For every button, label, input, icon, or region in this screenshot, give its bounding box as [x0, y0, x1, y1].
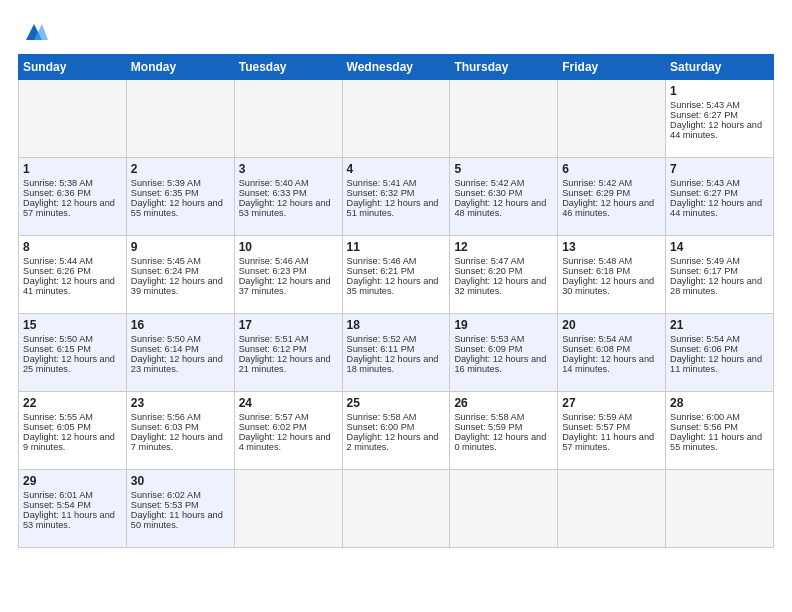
sunset: Sunset: 6:24 PM [131, 266, 230, 276]
calendar-cell: 25Sunrise: 5:58 AMSunset: 6:00 PMDayligh… [342, 392, 450, 470]
calendar-cell: 26Sunrise: 5:58 AMSunset: 5:59 PMDayligh… [450, 392, 558, 470]
daylight: Daylight: 12 hours and 14 minutes. [562, 354, 661, 374]
calendar-header-cell: Saturday [666, 55, 774, 80]
sunset: Sunset: 6:27 PM [670, 188, 769, 198]
sunrise: Sunrise: 5:41 AM [347, 178, 446, 188]
daylight: Daylight: 12 hours and 18 minutes. [347, 354, 446, 374]
calendar-cell [342, 470, 450, 548]
daylight: Daylight: 12 hours and 4 minutes. [239, 432, 338, 452]
calendar-cell: 16Sunrise: 5:50 AMSunset: 6:14 PMDayligh… [126, 314, 234, 392]
calendar-table: SundayMondayTuesdayWednesdayThursdayFrid… [18, 54, 774, 548]
day-number: 27 [562, 396, 661, 410]
sunrise: Sunrise: 5:52 AM [347, 334, 446, 344]
day-number: 19 [454, 318, 553, 332]
header [18, 18, 774, 46]
day-number: 29 [23, 474, 122, 488]
sunset: Sunset: 6:08 PM [562, 344, 661, 354]
sunrise: Sunrise: 5:57 AM [239, 412, 338, 422]
day-number: 3 [239, 162, 338, 176]
sunrise: Sunrise: 6:01 AM [23, 490, 122, 500]
calendar-cell: 28Sunrise: 6:00 AMSunset: 5:56 PMDayligh… [666, 392, 774, 470]
daylight: Daylight: 11 hours and 57 minutes. [562, 432, 661, 452]
daylight: Daylight: 12 hours and 35 minutes. [347, 276, 446, 296]
calendar-cell: 18Sunrise: 5:52 AMSunset: 6:11 PMDayligh… [342, 314, 450, 392]
day-number: 6 [562, 162, 661, 176]
sunrise: Sunrise: 5:59 AM [562, 412, 661, 422]
calendar-header-cell: Thursday [450, 55, 558, 80]
calendar-cell: 20Sunrise: 5:54 AMSunset: 6:08 PMDayligh… [558, 314, 666, 392]
calendar-cell: 3Sunrise: 5:40 AMSunset: 6:33 PMDaylight… [234, 158, 342, 236]
calendar-cell: 8Sunrise: 5:44 AMSunset: 6:26 PMDaylight… [19, 236, 127, 314]
sunrise: Sunrise: 5:55 AM [23, 412, 122, 422]
calendar-week-row: 29Sunrise: 6:01 AMSunset: 5:54 PMDayligh… [19, 470, 774, 548]
calendar-cell [666, 470, 774, 548]
calendar-header-cell: Wednesday [342, 55, 450, 80]
sunset: Sunset: 6:14 PM [131, 344, 230, 354]
sunset: Sunset: 6:29 PM [562, 188, 661, 198]
sunset: Sunset: 6:06 PM [670, 344, 769, 354]
calendar-header-row: SundayMondayTuesdayWednesdayThursdayFrid… [19, 55, 774, 80]
sunset: Sunset: 6:09 PM [454, 344, 553, 354]
page: SundayMondayTuesdayWednesdayThursdayFrid… [0, 0, 792, 612]
sunrise: Sunrise: 5:38 AM [23, 178, 122, 188]
calendar-week-row: 15Sunrise: 5:50 AMSunset: 6:15 PMDayligh… [19, 314, 774, 392]
daylight: Daylight: 12 hours and 9 minutes. [23, 432, 122, 452]
calendar-week-row: 22Sunrise: 5:55 AMSunset: 6:05 PMDayligh… [19, 392, 774, 470]
sunset: Sunset: 6:11 PM [347, 344, 446, 354]
daylight: Daylight: 12 hours and 7 minutes. [131, 432, 230, 452]
day-number: 17 [239, 318, 338, 332]
calendar-cell: 9Sunrise: 5:45 AMSunset: 6:24 PMDaylight… [126, 236, 234, 314]
daylight: Daylight: 12 hours and 21 minutes. [239, 354, 338, 374]
sunset: Sunset: 6:30 PM [454, 188, 553, 198]
calendar-cell [234, 80, 342, 158]
day-number: 1 [23, 162, 122, 176]
calendar-cell: 11Sunrise: 5:46 AMSunset: 6:21 PMDayligh… [342, 236, 450, 314]
calendar-cell [558, 80, 666, 158]
logo [18, 18, 48, 46]
day-number: 21 [670, 318, 769, 332]
day-number: 26 [454, 396, 553, 410]
day-number: 16 [131, 318, 230, 332]
sunset: Sunset: 6:05 PM [23, 422, 122, 432]
day-number: 18 [347, 318, 446, 332]
calendar-cell: 21Sunrise: 5:54 AMSunset: 6:06 PMDayligh… [666, 314, 774, 392]
sunset: Sunset: 6:03 PM [131, 422, 230, 432]
calendar-cell: 10Sunrise: 5:46 AMSunset: 6:23 PMDayligh… [234, 236, 342, 314]
calendar-cell [450, 470, 558, 548]
day-number: 12 [454, 240, 553, 254]
daylight: Daylight: 12 hours and 55 minutes. [131, 198, 230, 218]
daylight: Daylight: 11 hours and 53 minutes. [23, 510, 122, 530]
daylight: Daylight: 12 hours and 11 minutes. [670, 354, 769, 374]
day-number: 7 [670, 162, 769, 176]
sunset: Sunset: 5:56 PM [670, 422, 769, 432]
sunrise: Sunrise: 5:44 AM [23, 256, 122, 266]
calendar-cell: 1Sunrise: 5:38 AMSunset: 6:36 PMDaylight… [19, 158, 127, 236]
day-number: 11 [347, 240, 446, 254]
day-number: 25 [347, 396, 446, 410]
sunset: Sunset: 6:00 PM [347, 422, 446, 432]
calendar-cell: 4Sunrise: 5:41 AMSunset: 6:32 PMDaylight… [342, 158, 450, 236]
sunrise: Sunrise: 5:46 AM [347, 256, 446, 266]
day-number: 5 [454, 162, 553, 176]
daylight: Daylight: 12 hours and 46 minutes. [562, 198, 661, 218]
calendar-header-cell: Tuesday [234, 55, 342, 80]
sunrise: Sunrise: 5:50 AM [23, 334, 122, 344]
sunset: Sunset: 5:54 PM [23, 500, 122, 510]
daylight: Daylight: 12 hours and 51 minutes. [347, 198, 446, 218]
day-number: 2 [131, 162, 230, 176]
day-number: 15 [23, 318, 122, 332]
daylight: Daylight: 12 hours and 57 minutes. [23, 198, 122, 218]
calendar-cell: 1Sunrise: 5:43 AMSunset: 6:27 PMDaylight… [666, 80, 774, 158]
sunrise: Sunrise: 5:56 AM [131, 412, 230, 422]
calendar-cell: 7Sunrise: 5:43 AMSunset: 6:27 PMDaylight… [666, 158, 774, 236]
calendar-cell: 17Sunrise: 5:51 AMSunset: 6:12 PMDayligh… [234, 314, 342, 392]
daylight: Daylight: 12 hours and 44 minutes. [670, 120, 769, 140]
daylight: Daylight: 12 hours and 53 minutes. [239, 198, 338, 218]
sunrise: Sunrise: 5:42 AM [454, 178, 553, 188]
calendar-cell: 12Sunrise: 5:47 AMSunset: 6:20 PMDayligh… [450, 236, 558, 314]
day-number: 22 [23, 396, 122, 410]
daylight: Daylight: 12 hours and 32 minutes. [454, 276, 553, 296]
sunrise: Sunrise: 5:45 AM [131, 256, 230, 266]
sunrise: Sunrise: 5:51 AM [239, 334, 338, 344]
daylight: Daylight: 11 hours and 50 minutes. [131, 510, 230, 530]
